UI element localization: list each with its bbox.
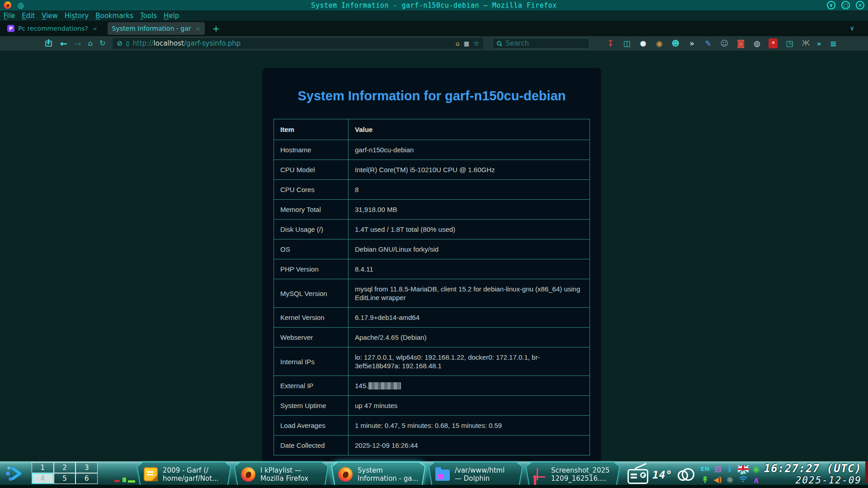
- puzzle-piece-icon[interactable]: ◳: [785, 39, 794, 48]
- account-icon[interactable]: ☻: [671, 39, 680, 48]
- pager-desktop-3[interactable]: 3: [75, 462, 98, 473]
- weather-cloud-icon[interactable]: [677, 469, 695, 481]
- pager-desktop-6[interactable]: 6: [75, 473, 98, 484]
- screenshot-camera-icon[interactable]: ◙: [736, 39, 745, 48]
- wifi-icon[interactable]: [738, 476, 749, 484]
- new-tab-button[interactable]: +: [212, 23, 220, 34]
- close-icon[interactable]: ×: [856, 1, 864, 9]
- radio-icon[interactable]: [627, 469, 648, 484]
- task-label-line: 1209_162516....: [551, 474, 610, 483]
- brightness-icon[interactable]: ☼: [726, 476, 734, 484]
- menu-item-view[interactable]: View: [42, 12, 58, 20]
- pager-desktop-2[interactable]: 2: [54, 462, 76, 473]
- volume-icon[interactable]: ◀): [713, 477, 722, 483]
- qr-code-icon[interactable]: ▦: [464, 40, 469, 47]
- menu-item-help[interactable]: Help: [164, 12, 179, 20]
- menu-item-edit[interactable]: Edit: [22, 12, 35, 20]
- task-notes[interactable]: 2009 - Garf (/home/garf/Not...: [137, 462, 231, 487]
- row-value-cell: 1.4T used / 1.8T total (80% used): [349, 220, 590, 239]
- save-page-icon[interactable]: [45, 41, 52, 47]
- pager-desktop-5[interactable]: 5: [54, 473, 76, 484]
- table-row: CPU Cores8: [274, 180, 590, 200]
- home-button[interactable]: ⌂: [88, 40, 93, 47]
- row-value-cell: 31,918.00 MB: [349, 200, 590, 220]
- pager-desktop-4[interactable]: 4: [32, 473, 54, 484]
- raccoon-icon[interactable]: ◍: [752, 39, 761, 48]
- navigation-toolbar: ← → ⌂ ↻ ⊘ ▯ http://localhost/garf-sysinf…: [0, 36, 868, 51]
- tray-expander[interactable]: ∧: [753, 476, 760, 484]
- updates-icon[interactable]: ↟: [701, 475, 709, 485]
- table-row: WebserverApache/2.4.65 (Debian): [274, 328, 590, 347]
- task-kplaylist[interactable]: I kPlaylist —Mozilla Firefox: [234, 462, 328, 487]
- folder-icon: [435, 469, 450, 481]
- flag-gb-icon[interactable]: gb: [738, 465, 749, 472]
- tab-pc-recommendations[interactable]: P Pc recommendations? ×: [3, 22, 102, 35]
- app-launcher-icon[interactable]: [5, 465, 24, 484]
- minimize-icon[interactable]: ∨: [827, 1, 835, 9]
- task-label-line: home/garf/Not...: [163, 474, 218, 483]
- row-item-cell: System Uptime: [274, 396, 349, 416]
- pager-desktop-1[interactable]: 1: [32, 462, 54, 473]
- bluetooth-icon[interactable]: ᛒ: [727, 465, 732, 473]
- search-input[interactable]: Search: [492, 38, 590, 49]
- mask-icon[interactable]: ☺: [720, 39, 729, 48]
- reload-button[interactable]: ↻: [99, 40, 105, 47]
- column-header: Item: [274, 119, 349, 140]
- tracking-protection-icon[interactable]: ⊘: [117, 39, 123, 47]
- maximize-icon[interactable]: □: [841, 1, 850, 9]
- table-row: Load Averages1 minute: 0.47, 5 minutes: …: [274, 416, 590, 436]
- tab-bar: P Pc recommendations? × System Informati…: [0, 21, 868, 36]
- tab-close-icon[interactable]: ×: [195, 25, 200, 32]
- menu-item-bookmarks[interactable]: Bookmarks: [95, 12, 133, 20]
- site-info-icon[interactable]: ▯: [126, 40, 129, 47]
- table-row: CPU ModelIntel(R) Core(TM) i5-10210U CPU…: [274, 160, 590, 180]
- user-script-icon[interactable]: »: [687, 39, 696, 48]
- bookmark-star-icon[interactable]: ☆: [473, 39, 479, 47]
- forward-button[interactable]: →: [74, 39, 81, 48]
- task-dolphin[interactable]: /var/www/html— Dolphin: [429, 462, 523, 487]
- task-screenshot[interactable]: Screenshot_20251209_162516....: [526, 462, 620, 487]
- power-plug-icon[interactable]: ◉: [753, 465, 760, 473]
- tab-close-icon[interactable]: ×: [93, 25, 98, 32]
- clock-widget[interactable]: 16:27:27 (UTC) 2025-12-09: [764, 462, 862, 486]
- homepage-icon[interactable]: ⌂: [456, 40, 460, 47]
- app-menu-icon[interactable]: ≡: [830, 39, 837, 48]
- temperature-widget[interactable]: 14°: [652, 469, 673, 481]
- adblocker-icon[interactable]: ●: [638, 39, 647, 48]
- task-button-body: SystemInformation - ga...: [331, 462, 425, 487]
- highlighter-icon[interactable]: ✎: [703, 39, 712, 48]
- tab-system-information[interactable]: System Information - gar ×: [108, 22, 205, 35]
- table-row: OSDebian GNU/Linux forky/sid: [274, 239, 590, 259]
- table-row: Date Collected2025-12-09 16:26:44: [274, 436, 590, 455]
- row-item-cell: External IP: [274, 376, 349, 396]
- search-placeholder: Search: [505, 39, 529, 47]
- list-all-tabs-icon[interactable]: ∨: [850, 24, 854, 32]
- debugger-bug-icon[interactable]: Ж: [801, 39, 810, 48]
- menu-item-file[interactable]: File: [4, 12, 15, 20]
- column-header: Value: [349, 119, 590, 140]
- row-value-cell: 8.4.11: [349, 259, 590, 279]
- clipboard-icon[interactable]: ▤: [714, 465, 721, 473]
- row-item-cell: PHP Version: [274, 259, 349, 279]
- activity-mark-green: [128, 480, 135, 483]
- sidebar-icon[interactable]: ◫: [622, 39, 631, 48]
- row-value-cell: lo: 127.0.0.1, wlp64s0: 192.168.1.22, do…: [349, 347, 590, 376]
- menu-item-history[interactable]: History: [65, 12, 89, 20]
- crop-icon: [533, 468, 546, 481]
- overflow-chevron-icon[interactable]: »: [816, 39, 821, 48]
- back-button[interactable]: ←: [60, 39, 67, 48]
- magic-wand-icon[interactable]: *: [769, 38, 778, 48]
- keyboard-layout-indicator[interactable]: EN: [701, 466, 710, 472]
- row-value-cell: mysql from 11.8.5-MariaDB, client 15.2 f…: [349, 279, 590, 308]
- task-system-info[interactable]: SystemInformation - ga...: [331, 462, 425, 487]
- task-button-body: 2009 - Garf (/home/garf/Not...: [137, 462, 231, 487]
- url-bar[interactable]: ⊘ ▯ http://localhost/garf-sysinfo.php ⌂ …: [113, 38, 483, 49]
- task-label-line: Mozilla Firefox: [260, 474, 308, 483]
- row-value-cell: Debian GNU/Linux forky/sid: [349, 239, 590, 259]
- task-button-body: /var/www/html— Dolphin: [429, 462, 523, 487]
- tab-label: Pc recommendations?: [18, 25, 88, 32]
- row-value-cell: 1 minute: 0.47, 5 minutes: 0.68, 15 minu…: [349, 416, 590, 436]
- downloads-icon[interactable]: ↧: [606, 39, 615, 48]
- tampermonkey-icon[interactable]: ◉: [655, 39, 664, 48]
- menu-item-tools[interactable]: Tools: [140, 12, 157, 20]
